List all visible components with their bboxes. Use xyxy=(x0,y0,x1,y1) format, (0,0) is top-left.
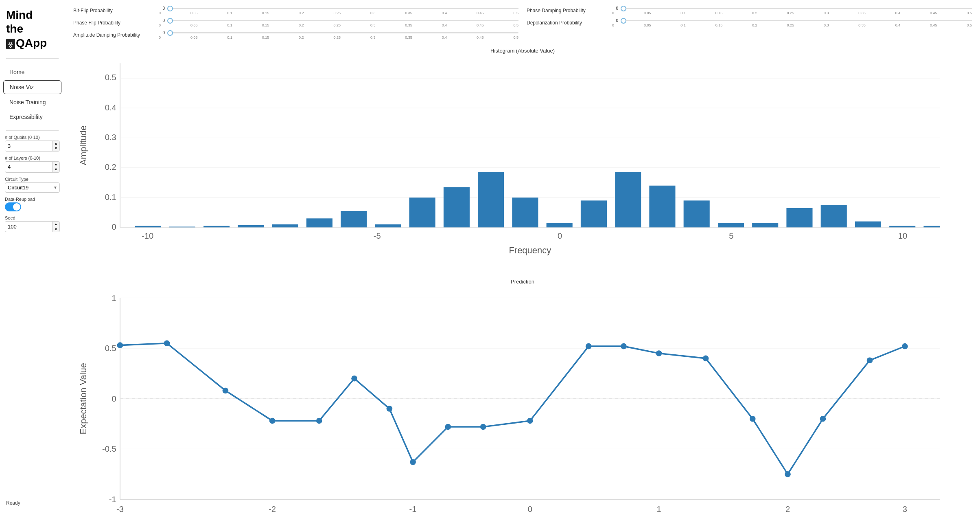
svg-text:0.5: 0.5 xyxy=(105,343,116,352)
qubits-label: # of Qubits (0-10) xyxy=(5,135,60,140)
svg-rect-30 xyxy=(547,223,573,227)
svg-rect-37 xyxy=(786,208,812,228)
sliders-left: Bit-Flip Probability 0 00.050.10.150.20.… xyxy=(73,6,518,40)
phase-damping-scale: 00.050.10.150.20.250.30.350.40.450.5 xyxy=(612,11,972,15)
svg-text:-0.5: -0.5 xyxy=(102,444,116,453)
svg-text:-1: -1 xyxy=(109,495,116,504)
layers-down[interactable]: ▼ xyxy=(52,167,59,172)
layers-input[interactable] xyxy=(5,162,52,171)
layers-input-wrapper: ▲ ▼ xyxy=(5,161,60,173)
sidebar-item-expressibility[interactable]: Expressibility xyxy=(3,110,61,123)
data-point xyxy=(351,376,357,382)
svg-rect-38 xyxy=(821,205,847,227)
bit-flip-scale: 00.050.10.150.20.250.30.350.40.450.5 xyxy=(159,11,518,15)
svg-rect-27 xyxy=(444,187,470,227)
depolarization-slider-track: 0 xyxy=(612,18,972,23)
sidebar: Mind the QApp Home Noise Viz Noise Train… xyxy=(0,0,65,514)
circuit-select[interactable]: Circuit19 Circuit1 Circuit2 Circuit3 xyxy=(5,182,60,193)
svg-text:0.5: 0.5 xyxy=(105,73,116,82)
seed-up[interactable]: ▲ xyxy=(52,222,59,227)
svg-rect-19 xyxy=(169,226,195,227)
layers-spinners: ▲ ▼ xyxy=(52,162,59,172)
phase-flip-scale: 00.050.10.150.20.250.30.350.40.450.5 xyxy=(159,23,518,27)
svg-text:1: 1 xyxy=(656,505,661,514)
data-point xyxy=(117,342,123,348)
bit-flip-slider-track: 0 xyxy=(159,6,518,11)
phase-flip-slider-container: 0 00.050.10.150.20.250.30.350.40.450.5 xyxy=(159,18,518,27)
svg-rect-39 xyxy=(855,222,881,228)
histogram-chart: 0 0.1 0.2 0.3 0.4 0.5 xyxy=(75,56,970,265)
sidebar-divider-top xyxy=(6,58,59,59)
svg-text:3: 3 xyxy=(903,505,907,514)
svg-rect-36 xyxy=(752,223,778,227)
seed-input-wrapper: ▲ ▼ xyxy=(5,221,60,233)
svg-text:0.2: 0.2 xyxy=(105,163,116,171)
data-reupload-toggle-row xyxy=(5,202,60,211)
svg-rect-40 xyxy=(889,226,915,228)
phase-flip-slider[interactable] xyxy=(167,20,518,21)
qubits-input[interactable] xyxy=(5,141,52,151)
svg-text:0.3: 0.3 xyxy=(105,133,116,142)
seed-label: Seed xyxy=(5,215,60,220)
svg-rect-31 xyxy=(581,200,607,227)
data-point xyxy=(785,471,791,477)
amplitude-damping-slider-container: 0 00.050.10.150.20.250.30.350.40.450.5 xyxy=(159,31,518,40)
svg-rect-29 xyxy=(512,198,538,227)
sidebar-divider-mid xyxy=(6,130,59,131)
seed-spinners: ▲ ▼ xyxy=(52,222,59,232)
layers-up[interactable]: ▲ xyxy=(52,162,59,167)
svg-text:Amplitude: Amplitude xyxy=(78,125,88,165)
seed-input[interactable] xyxy=(5,222,52,231)
circuit-control: Circuit Type Circuit19 Circuit1 Circuit2… xyxy=(5,177,60,193)
qubits-up[interactable]: ▲ xyxy=(52,141,59,146)
phase-damping-slider[interactable] xyxy=(621,8,972,9)
sliders-section: Bit-Flip Probability 0 00.050.10.150.20.… xyxy=(73,6,972,40)
data-point xyxy=(656,350,662,356)
svg-text:2: 2 xyxy=(785,505,790,514)
data-reupload-toggle[interactable] xyxy=(5,202,21,211)
qubits-spinners: ▲ ▼ xyxy=(52,141,59,152)
circuit-select-wrapper: Circuit19 Circuit1 Circuit2 Circuit3 ▼ xyxy=(5,182,60,193)
prediction-chart: 1 0.5 0 -0.5 -1 xyxy=(75,287,970,514)
amplitude-damping-slider[interactable] xyxy=(167,32,518,33)
sidebar-controls: # of Qubits (0-10) ▲ ▼ # of Layers (0-10… xyxy=(0,133,65,235)
data-point xyxy=(223,387,229,393)
data-point xyxy=(586,343,592,349)
svg-text:-2: -2 xyxy=(269,505,276,514)
prediction-section: Prediction 1 0.5 0 -0.5 -1 xyxy=(73,275,972,514)
amplitude-damping-slider-track: 0 xyxy=(159,31,518,35)
sidebar-item-home[interactable]: Home xyxy=(3,66,61,79)
phase-damping-slider-container: 0 00.050.10.150.20.250.30.350.40.450.5 xyxy=(612,6,972,15)
qubits-control: # of Qubits (0-10) ▲ ▼ xyxy=(5,135,60,152)
layers-label: # of Layers (0-10) xyxy=(5,156,60,160)
svg-text:0.1: 0.1 xyxy=(105,193,116,202)
phase-flip-slider-track: 0 xyxy=(159,18,518,23)
depolarization-slider[interactable] xyxy=(621,20,972,21)
svg-rect-20 xyxy=(203,226,230,228)
svg-rect-32 xyxy=(615,172,641,228)
svg-rect-23 xyxy=(306,218,332,227)
sliders-right: Phase Damping Probability 0 00.050.10.15… xyxy=(527,6,972,40)
phase-damping-slider-track: 0 xyxy=(612,6,972,11)
seed-down[interactable]: ▼ xyxy=(52,227,59,232)
data-point xyxy=(410,459,416,465)
svg-text:0: 0 xyxy=(112,222,116,231)
qubits-down[interactable]: ▼ xyxy=(52,146,59,151)
bit-flip-slider[interactable] xyxy=(167,8,518,9)
histogram-title: Histogram (Absolute Value) xyxy=(75,48,970,54)
svg-rect-35 xyxy=(718,223,744,227)
sidebar-item-noise-training[interactable]: Noise Training xyxy=(3,96,61,109)
data-point xyxy=(703,355,709,361)
svg-rect-26 xyxy=(409,198,435,227)
amplitude-damping-scale: 00.050.10.150.20.250.30.350.40.450.5 xyxy=(159,35,518,40)
svg-text:10: 10 xyxy=(898,231,907,240)
sidebar-item-noise-viz[interactable]: Noise Viz xyxy=(3,80,61,94)
data-reupload-control: Data-Reupload xyxy=(5,197,60,211)
depolarization-slider-row: Depolarization Probability 0 00.050.10.1… xyxy=(527,18,972,27)
phase-damping-label: Phase Damping Probability xyxy=(527,8,608,13)
svg-text:-5: -5 xyxy=(374,231,381,240)
data-point xyxy=(621,343,627,349)
seed-control: Seed ▲ ▼ xyxy=(5,215,60,233)
bit-flip-label: Bit-Flip Probability xyxy=(73,8,155,13)
depolarization-scale: 00.050.10.150.20.250.30.350.40.450.5 xyxy=(612,23,972,27)
